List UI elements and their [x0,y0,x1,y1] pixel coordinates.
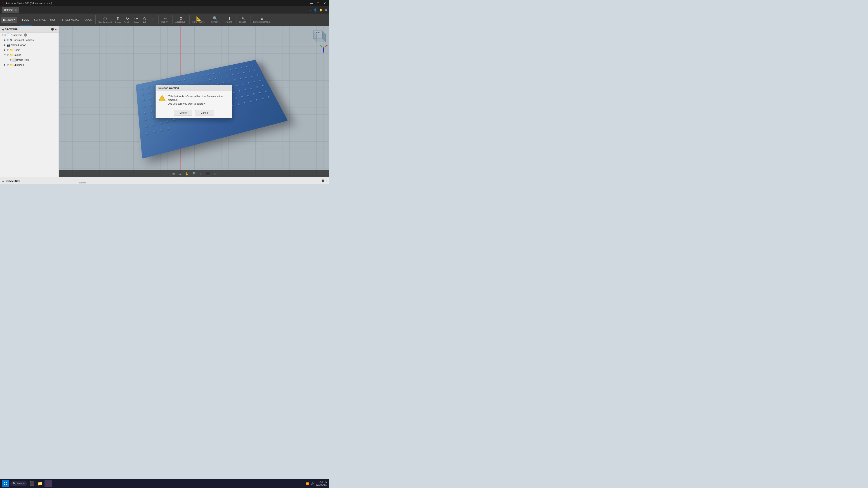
deletion-warning-dialog: Deletion Warning ! This feature is refer… [156,85,232,119]
dialog-message: This feature is referenced by other feat… [168,94,229,106]
comments-title: COMMENTS [6,180,20,182]
minimize-button[interactable]: — [308,1,314,5]
viewport[interactable]: TOP X Y Z Deletion Warning [59,26,329,177]
tree-braille-plate[interactable]: 👁 ⬜ Braille Plate [0,57,59,62]
doc-settings-vis[interactable]: 👁 [7,39,9,41]
visibility-icon[interactable]: 👁 [4,34,6,36]
toolbar-sep-5 [189,15,190,24]
tabbar-actions: ? 👤 🔔 ⚙ [310,8,327,11]
title-text: Autodesk Fusion 360 (Education License) [6,2,308,4]
browser-more-icon[interactable]: ▸ [55,28,57,31]
toolbar: DESIGN ▾ SOLID SURFACE MESH SHEET METAL … [0,13,329,26]
new-component-btn[interactable]: ⬡ New Component [97,16,113,24]
bodies-label: Bodies [13,54,21,56]
workspace-arrow: ▾ [13,18,15,21]
create-more-btn[interactable]: ⊕ [149,17,157,23]
tab-surface[interactable]: SURFACE [32,13,48,26]
comments-refresh-icon[interactable]: ⚫ [321,180,324,182]
sketches-label: Sketches [13,64,24,66]
assemble-btn[interactable]: ⚙ ASSEMBLE ▾ [174,16,188,24]
named-views-label: Named Views [11,43,26,46]
tab-close-icon[interactable]: ✕ [15,9,17,11]
comments-close-icon[interactable]: ▸ [326,180,327,182]
tab-tools[interactable]: TOOLS [81,13,94,26]
title-bar: ⬡ Autodesk Fusion 360 (Education License… [0,0,329,6]
tree-document-settings[interactable]: ▶ 👁 ⚙ Document Settings [0,37,59,42]
insert-btn[interactable]: ⬇ INSERT ▾ [224,16,235,24]
browser-header: ◀ BROWSER ⚫ ▸ [0,26,59,33]
toolbar-sep-8 [236,15,237,24]
tree-origin[interactable]: ▶ 👁 📁 Origin [0,47,59,53]
notifications-icon[interactable]: 🔔 [319,8,322,11]
doc-settings-label: Document Settings [13,39,34,41]
tree-named-views[interactable]: ▶ 📷 Named Views [0,42,59,47]
close-button[interactable]: ✕ [322,1,327,5]
maximize-button[interactable]: □ [316,1,320,5]
tree-root[interactable]: ▼ 👁 📄 (Unsaved) ● [0,33,59,37]
tab-mesh[interactable]: MESH [48,13,60,26]
new-tab-button[interactable]: + [20,8,25,12]
user-icon[interactable]: 👤 [313,8,317,11]
sweep-btn[interactable]: 〜 Sweep [132,16,141,24]
root-label: (Unsaved) [11,34,22,36]
extrude-btn[interactable]: ⬆ Extrude [114,16,123,24]
toolbar-tabs: SOLID SURFACE MESH SHEET METAL TOOLS [20,13,94,26]
tab-solid[interactable]: SOLID [20,13,32,26]
origin-vis[interactable]: 👁 [7,49,9,51]
tree-bodies[interactable]: ▼ 👁 📁 Bodies [0,53,59,57]
inspect-btn[interactable]: 🔍 INSPECT ▾ [209,16,221,24]
construct-btn[interactable]: 📐 CONSTRUCT ▾ [191,16,206,24]
braille-creator-btn[interactable]: ⠿ BRAILLE CREATOR ▾ [252,16,273,24]
browser-panel: ◀ BROWSER ⚫ ▸ ▼ 👁 📄 (Unsaved) ● ▶ 👁 ⚙ Do… [0,26,59,177]
app-icon: ⬡ [2,1,4,5]
comments-header: ▲ COMMENTS [2,180,20,182]
create-group: ⬡ New Component ⬆ Extrude ↻ Revolve 〜 Sw… [97,16,157,24]
svg-text:!: ! [161,97,162,101]
create-label: CREATE [79,182,86,184]
browser-title: BROWSER [5,28,50,31]
select-btn[interactable]: ↖ SELECT ▾ [238,16,249,24]
dialog-title: Deletion Warning [156,85,232,91]
dialog-overlay: Deletion Warning ! This feature is refer… [59,26,329,177]
browser-collapse-arrow[interactable]: ◀ [2,28,4,31]
revolve-btn[interactable]: ↻ Revolve [123,16,132,24]
toolbar-sep-4 [173,15,173,24]
loft-btn[interactable]: ◇ Loft [141,16,149,24]
comments-panel: ▲ COMMENTS ⚫ ▸ [0,177,329,184]
browser-search-icon[interactable]: ⚫ [51,28,54,31]
help-icon[interactable]: ? [310,8,311,11]
comments-actions: ⚫ ▸ [321,180,327,182]
toolbar-sep-6 [208,15,208,24]
braille-plate-label: Braille Plate [16,59,30,61]
dialog-body: ! This feature is referenced by other fe… [156,91,232,108]
toolbar-sep-3 [158,15,159,24]
workspace-label: DESIGN [3,19,13,21]
tab-untitled[interactable]: Untitled* ✕ [2,7,19,13]
braille-plate-vis[interactable]: 👁 [9,59,12,61]
tab-sheet-metal[interactable]: SHEET METAL [60,13,81,26]
dialog-buttons: Delete Cancel [156,108,232,118]
settings-icon[interactable]: ⚙ [325,8,327,11]
tab-label: Untitled* [4,8,13,11]
tab-bar: Untitled* ✕ + ? 👤 🔔 ⚙ [0,6,329,13]
modify-btn[interactable]: ✏ MODIFY ▾ [160,16,171,24]
origin-label: Origin [13,48,20,51]
comments-expand-arrow[interactable]: ▲ [2,180,4,182]
workspace-selector[interactable]: DESIGN ▾ [1,17,17,23]
sketches-vis[interactable]: 👁 [7,64,9,66]
toolbar-sep-2 [95,15,96,24]
cancel-button[interactable]: Cancel [195,110,214,116]
main-area: ◀ BROWSER ⚫ ▸ ▼ 👁 📄 (Unsaved) ● ▶ 👁 ⚙ Do… [0,26,329,177]
tree-sketches[interactable]: ▶ 👁 📁 Sketches [0,62,59,67]
browser-actions: ⚫ ▸ [51,28,57,31]
bodies-vis[interactable]: 👁 [7,54,9,56]
delete-button[interactable]: Delete [174,110,192,116]
warning-icon: ! [158,94,166,103]
